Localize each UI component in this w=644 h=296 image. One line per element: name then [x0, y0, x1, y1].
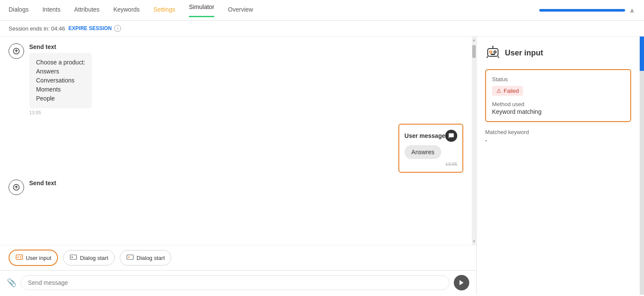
bubble-text-line3: Conversations — [36, 76, 85, 85]
user-input-label: User input — [26, 255, 51, 261]
dialog-start-label-2: Dialog start — [137, 255, 165, 261]
answer-bubble: Answres — [404, 145, 457, 159]
nav-keywords[interactable]: Keywords — [113, 6, 140, 15]
svg-rect-2 — [16, 255, 23, 259]
matched-section: Matched keyword - — [485, 129, 631, 144]
dialog-start-icon-1 — [70, 254, 77, 262]
matched-label: Matched keyword — [485, 129, 631, 135]
scrollbar-thumb — [472, 45, 476, 58]
attach-icon[interactable]: 📎 — [7, 278, 16, 287]
scroll-up-arrow[interactable]: ▲ — [471, 37, 476, 43]
dialog-start-label-1: Dialog start — [80, 255, 108, 261]
svg-rect-16 — [491, 54, 495, 55]
expire-session-button[interactable]: EXPIRE SESSION — [69, 25, 112, 31]
dialog-start-icon-2 — [126, 254, 134, 262]
message-input[interactable] — [21, 275, 450, 290]
svg-point-5 — [72, 256, 73, 258]
chat-scrollbar[interactable]: ▲ ▼ — [472, 37, 476, 245]
collapse-icon[interactable]: ▲ — [629, 6, 635, 14]
send-text-block-2: Send text — [9, 180, 463, 195]
message-bubble-icon — [445, 130, 457, 142]
scroll-down-arrow[interactable]: ▼ — [471, 238, 476, 245]
matched-value: - — [485, 137, 631, 144]
send-text-title-2: Send text — [29, 180, 463, 186]
bubble-text-line5: People — [36, 94, 85, 103]
main-layout: Send text Choose a product: Answers Conv… — [0, 37, 644, 295]
send-text-content-2: Send text — [29, 180, 463, 189]
method-section: Method used Keyword matching — [492, 101, 624, 115]
nav-attributes[interactable]: Attributes — [74, 6, 100, 15]
dialog-start-button-1[interactable]: Dialog start — [63, 250, 115, 265]
bubble-text-line4: Moments — [36, 85, 85, 94]
bubble-text-line1: Choose a product: — [36, 58, 85, 67]
send-text-title-1: Send text — [29, 43, 463, 50]
user-input-button-icon — [15, 254, 23, 262]
svg-point-3 — [18, 256, 19, 258]
failed-badge: Failed — [492, 86, 523, 96]
user-message-wrapper: User message Answres 13:05 — [9, 124, 463, 173]
timestamp-1: 13:05 — [29, 110, 463, 115]
chat-messages: Send text Choose a product: Answers Conv… — [0, 37, 472, 245]
nav-overview[interactable]: Overview — [228, 6, 253, 15]
answer-text: Answres — [404, 145, 441, 159]
nav-simulator[interactable]: Simulator — [189, 3, 214, 17]
send-button[interactable] — [454, 275, 469, 290]
user-timestamp: 13:05 — [404, 162, 457, 167]
send-text-icon-1 — [9, 43, 24, 59]
right-panel: User input Status Failed Method used Key… — [477, 37, 640, 295]
svg-rect-9 — [488, 49, 498, 56]
progress-bar — [539, 9, 625, 12]
svg-point-10 — [490, 51, 492, 53]
send-text-block-1: Send text Choose a product: Answers Conv… — [9, 43, 463, 115]
user-message-header: User message — [404, 130, 457, 142]
svg-line-15 — [498, 56, 499, 58]
nav-settings[interactable]: Settings — [153, 6, 175, 15]
nav-dialogs[interactable]: Dialogs — [9, 6, 29, 15]
bubble-text-line2: Answers — [36, 67, 85, 76]
message-input-area: 📎 — [0, 270, 476, 295]
top-nav: Dialogs Intents Attributes Keywords Sett… — [0, 0, 644, 21]
right-panel-scrollbar[interactable] — [640, 37, 644, 295]
method-value: Keyword matching — [492, 108, 624, 115]
chat-column: Send text Choose a product: Answers Conv… — [0, 37, 477, 295]
panel-header: User input — [485, 45, 631, 61]
dialog-start-button-2[interactable]: Dialog start — [120, 250, 171, 265]
method-label: Method used — [492, 101, 624, 107]
user-message-box: User message Answres 13:05 — [398, 124, 463, 173]
svg-point-7 — [128, 256, 130, 258]
right-outer: User input Status Failed Method used Key… — [477, 37, 644, 295]
user-message-title: User message — [404, 132, 445, 139]
nav-intents[interactable]: Intents — [43, 6, 61, 15]
info-icon[interactable]: i — [114, 25, 121, 32]
svg-rect-6 — [127, 255, 134, 259]
svg-marker-8 — [459, 280, 463, 285]
robot-icon — [485, 45, 501, 61]
send-text-icon-2 — [9, 180, 24, 195]
svg-rect-4 — [70, 255, 77, 259]
session-bar: Session ends in: 04:46 EXPIRE SESSION i — [0, 21, 644, 37]
status-label: Status — [492, 76, 624, 82]
send-icon — [458, 279, 465, 286]
session-timer: Session ends in: 04:46 — [9, 25, 65, 32]
user-input-button[interactable]: User input — [9, 250, 58, 266]
message-bubble-1: Choose a product: Answers Conversations … — [29, 53, 92, 108]
svg-line-14 — [487, 56, 488, 58]
status-box: Status Failed Method used Keyword matchi… — [485, 69, 631, 122]
bottom-buttons-area: User input Dialog start Dialog start — [0, 245, 476, 270]
chat-scroll-container: Send text Choose a product: Answers Conv… — [0, 37, 476, 245]
panel-title: User input — [505, 49, 543, 58]
svg-point-11 — [494, 51, 496, 53]
right-panel-scrollbar-thumb — [640, 37, 644, 71]
send-text-content-1: Send text Choose a product: Answers Conv… — [29, 43, 463, 115]
svg-point-13 — [492, 46, 494, 47]
